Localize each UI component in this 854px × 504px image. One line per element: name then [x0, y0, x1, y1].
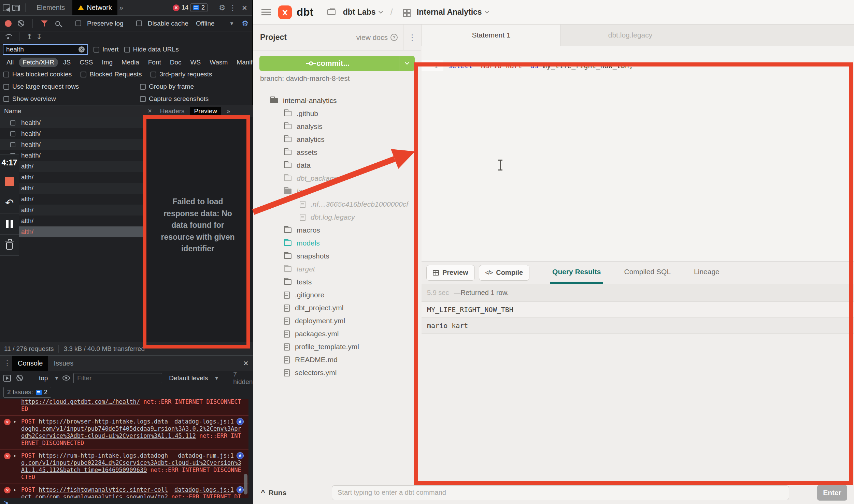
tab-statement-1[interactable]: Statement 1: [422, 25, 561, 46]
file-tree-item[interactable]: selectors.yml: [253, 366, 421, 379]
clear-filter-icon[interactable]: ×: [79, 46, 85, 53]
network-request-row[interactable]: alth/: [0, 172, 143, 183]
throttling-chevron-icon[interactable]: ▼: [229, 20, 234, 26]
file-tree-item[interactable]: analysis: [253, 120, 421, 133]
tab-issues[interactable]: Issues: [48, 356, 79, 371]
file-tree-item[interactable]: analytics: [253, 133, 421, 146]
file-tree-item[interactable]: models: [253, 237, 421, 250]
eye-icon[interactable]: [62, 375, 70, 381]
show-overview-checkbox[interactable]: [3, 96, 9, 102]
file-tree-item[interactable]: README.md: [253, 353, 421, 366]
file-tree-item[interactable]: .gitignore: [253, 288, 421, 301]
console-error-row[interactable]: ✕ ▸ datadog-logs.js:1d POST https://fish…: [0, 484, 248, 498]
request-type-pill[interactable]: Img: [98, 58, 116, 67]
console-kebab-icon[interactable]: ⋮: [2, 359, 12, 368]
pause-recording-button[interactable]: [0, 213, 19, 234]
network-request-row[interactable]: health/: [0, 117, 143, 128]
file-tree-item[interactable]: dbt.log.legacy: [253, 211, 421, 224]
tab-headers[interactable]: Headers: [156, 107, 189, 116]
file-tree-item[interactable]: internal-analytics: [253, 94, 421, 107]
network-request-row[interactable]: health/: [0, 150, 143, 161]
file-tree-item[interactable]: data: [253, 159, 421, 172]
dbt-command-input[interactable]: [332, 485, 789, 500]
console-error-row[interactable]: ✕ ▸ datadog-logs.js:1d POST https://brow…: [0, 415, 248, 449]
import-har-icon[interactable]: ↥: [26, 33, 32, 41]
network-request-row[interactable]: alth/: [0, 226, 143, 237]
sql-editor[interactable]: 1 select 'mario kart' as my_life_right_n…: [422, 46, 854, 261]
expand-triangle-icon[interactable]: ▸: [14, 486, 17, 493]
levels-chevron-icon[interactable]: ▼: [214, 375, 219, 381]
request-type-pill[interactable]: JS: [59, 58, 74, 67]
expand-triangle-icon[interactable]: ▸: [14, 418, 17, 425]
commit-button[interactable]: commit...: [259, 56, 415, 71]
view-docs-link[interactable]: view docs?: [356, 33, 403, 42]
tab-query-results[interactable]: Query Results: [550, 262, 603, 284]
has-blocked-cookies-checkbox[interactable]: [3, 72, 9, 77]
tab-compiled-sql[interactable]: Compiled SQL: [622, 262, 673, 284]
throttling-select[interactable]: Offline: [196, 20, 215, 27]
capture-screenshots-checkbox[interactable]: [140, 96, 146, 102]
inspect-element-icon[interactable]: [3, 4, 10, 11]
expand-triangle-icon[interactable]: ▸: [14, 452, 17, 459]
source-file-link[interactable]: datadog-logs.js:1: [174, 486, 234, 493]
source-file-link[interactable]: datadog-rum.js:1: [178, 452, 234, 459]
clear-network-icon[interactable]: [18, 20, 24, 27]
export-har-icon[interactable]: ↧: [36, 33, 42, 41]
console-prompt[interactable]: >: [0, 498, 253, 504]
context-selector[interactable]: top: [39, 374, 48, 382]
close-devtools-icon[interactable]: ×: [240, 3, 249, 12]
file-tree-item[interactable]: assets: [253, 146, 421, 159]
enter-button[interactable]: Enter: [817, 485, 847, 501]
error-url-link[interactable]: https://cloud.getdbt.com/…/health/: [21, 399, 140, 405]
request-type-pill[interactable]: All: [3, 58, 17, 67]
file-tree-item[interactable]: profile_template.yml: [253, 340, 421, 353]
runs-toggle[interactable]: ^Runs: [253, 488, 332, 497]
request-type-pill[interactable]: Fetch/XHR: [19, 58, 58, 67]
console-error-row[interactable]: ✕ ▸ datadog-rum.js:1d POST https://rum-h…: [0, 449, 248, 484]
error-url-link[interactable]: https://fishtownanalytics.sinter-collect…: [21, 486, 168, 498]
tab-preview[interactable]: Preview: [190, 107, 222, 116]
error-count-badge[interactable]: ✕14: [173, 4, 188, 11]
kebab-menu-icon[interactable]: ⋮: [228, 3, 238, 12]
disable-cache-checkbox[interactable]: [136, 20, 142, 26]
network-request-row[interactable]: health/: [0, 128, 143, 139]
hide-data-urls-checkbox[interactable]: [124, 47, 130, 53]
file-tree-item[interactable]: packages.yml: [253, 327, 421, 340]
request-type-pill[interactable]: Font: [144, 58, 165, 67]
source-file-link[interactable]: datadog-logs.js:1: [174, 418, 234, 425]
request-type-pill[interactable]: WS: [187, 58, 205, 67]
close-details-icon[interactable]: ×: [145, 107, 155, 115]
project-selector[interactable]: Internal Analytics: [417, 8, 488, 17]
third-party-checkbox[interactable]: [151, 72, 156, 77]
file-tree-item[interactable]: .nf…3665c416bfecb1000000cf: [253, 198, 421, 211]
details-more-tabs-icon[interactable]: »: [223, 107, 234, 116]
network-conditions-icon[interactable]: [4, 34, 12, 40]
log-levels-select[interactable]: Default levels: [169, 374, 208, 382]
tab-dbt-log-legacy[interactable]: dbt.log.legacy: [561, 25, 700, 46]
console-filter-input[interactable]: [73, 373, 162, 383]
device-toolbar-icon[interactable]: [12, 5, 20, 11]
network-request-row[interactable]: alth/: [0, 205, 143, 216]
request-type-pill[interactable]: Media: [118, 58, 143, 67]
file-tree-item[interactable]: dbt_project.yml: [253, 301, 421, 314]
issues-count-badge[interactable]: 2: [190, 3, 208, 12]
file-tree-item[interactable]: deployment.yml: [253, 314, 421, 327]
blocked-requests-checkbox[interactable]: [81, 72, 86, 77]
restart-recording-button[interactable]: ↶: [0, 192, 19, 213]
account-selector[interactable]: dbt Labs: [343, 8, 382, 17]
preview-button[interactable]: Preview: [426, 265, 475, 281]
filter-funnel-icon[interactable]: [41, 20, 48, 27]
tab-network[interactable]: Network: [72, 0, 117, 15]
search-icon[interactable]: [55, 21, 60, 26]
file-tree-item[interactable]: macros: [253, 224, 421, 237]
file-tree-item[interactable]: tests: [253, 276, 421, 288]
large-rows-checkbox[interactable]: [3, 84, 9, 90]
network-request-row[interactable]: alth/: [0, 194, 143, 205]
discard-recording-button[interactable]: [0, 234, 19, 255]
preserve-log-checkbox[interactable]: [75, 20, 81, 26]
request-type-pill[interactable]: Doc: [166, 58, 185, 67]
network-request-row[interactable]: alth/: [0, 161, 143, 172]
hamburger-menu-icon[interactable]: [261, 9, 271, 10]
issues-banner[interactable]: 2 Issues: 2: [3, 387, 51, 398]
results-row[interactable]: mario kart: [422, 317, 854, 334]
